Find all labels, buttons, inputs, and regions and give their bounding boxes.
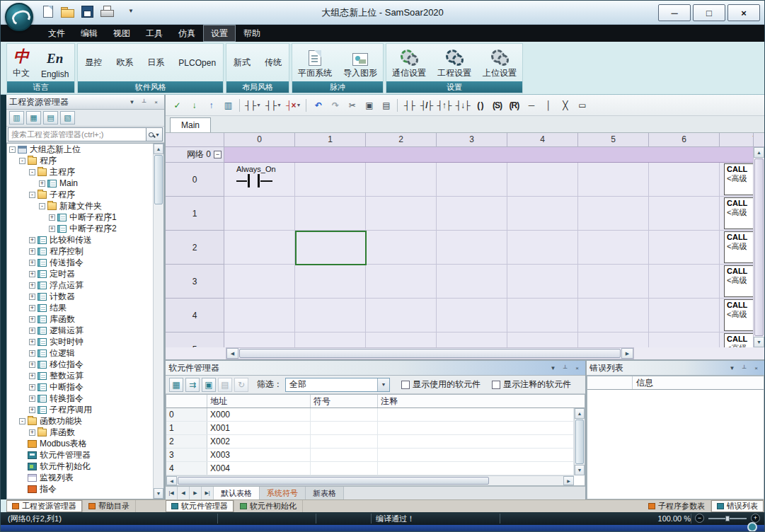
ladder-cell[interactable] <box>578 163 649 197</box>
always-on-contact[interactable]: Always_On <box>236 165 276 188</box>
ladder-cell[interactable] <box>295 265 366 299</box>
expand-icon[interactable]: + <box>29 248 35 255</box>
collapse-icon[interactable]: - <box>19 158 25 164</box>
collapse-icon[interactable]: - <box>9 146 16 153</box>
collapse-icon[interactable]: - <box>39 203 45 209</box>
tree-scrollbar[interactable]: ▲ ▼ <box>153 144 163 499</box>
expand-icon[interactable]: + <box>39 180 45 187</box>
ribbon-button-日系[interactable]: 日系 <box>140 44 171 81</box>
new-table-icon[interactable]: ▦ <box>169 378 183 392</box>
scroll-up-icon[interactable]: ▲ <box>754 147 764 158</box>
zoom-out-icon[interactable]: − <box>695 514 704 523</box>
expand-icon[interactable]: + <box>29 384 35 391</box>
tree-item-定时器[interactable]: +定时器 <box>7 268 153 279</box>
cut-icon[interactable]: ✂ <box>344 98 360 113</box>
call-instruction[interactable]: CALL<高级 <box>724 265 753 297</box>
tree-item-转换指令[interactable]: +转换指令 <box>7 393 153 404</box>
tree-item-子程序[interactable]: -子程序 <box>7 189 153 200</box>
panel-menu-icon[interactable]: ▼ <box>727 363 737 373</box>
ribbon-button-通信设置[interactable]: 通信设置 <box>386 44 432 81</box>
menu-item-仿真[interactable]: 仿真 <box>171 25 203 42</box>
ladder-cell[interactable] <box>507 332 578 347</box>
ladder-cell[interactable] <box>649 332 720 347</box>
new-file-icon[interactable] <box>40 5 54 18</box>
maximize-button[interactable]: □ <box>693 4 725 21</box>
filter-combobox[interactable]: 全部 ▼ <box>285 378 390 392</box>
ladder-cell[interactable] <box>295 163 366 197</box>
scroll-left-icon[interactable]: ◀ <box>226 348 238 359</box>
ribbon-button-PLCOpen[interactable]: PLCOpen <box>171 44 223 81</box>
paste-table-icon[interactable]: ▤ <box>218 378 232 392</box>
scroll-down-icon[interactable]: ▼ <box>575 465 585 475</box>
menu-item-视图[interactable]: 视图 <box>105 25 138 42</box>
expand-icon[interactable]: + <box>29 305 35 311</box>
ladder-cell[interactable] <box>578 299 649 332</box>
refresh-table-icon[interactable]: ↻ <box>234 378 248 392</box>
menu-item-工具[interactable]: 工具 <box>138 25 171 42</box>
ladder-cell[interactable] <box>507 299 578 332</box>
expand-icon[interactable]: + <box>29 407 35 413</box>
ribbon-button-English[interactable]: EnEnglish <box>35 44 74 81</box>
row-header-5[interactable]: 5 <box>166 332 224 347</box>
call-instruction[interactable]: CALL<高级 <box>724 333 753 347</box>
tree-item-指令[interactable]: 指令 <box>7 483 153 495</box>
row-header-2[interactable]: 2 <box>166 231 224 265</box>
panel-menu-icon[interactable]: ▼ <box>127 97 137 107</box>
device-row[interactable]: 2X002 <box>166 435 574 449</box>
print-icon[interactable] <box>100 5 114 18</box>
ladder-cell[interactable] <box>366 231 437 265</box>
tree-item-中断指令[interactable]: +中断指令 <box>7 381 153 393</box>
menu-item-文件[interactable]: 文件 <box>40 25 73 42</box>
tree-item-结果[interactable]: +结果 <box>7 302 153 313</box>
scroll-right-icon[interactable]: ▶ <box>621 348 633 359</box>
close-button[interactable]: × <box>727 4 760 21</box>
dock-tab-工程资源管理器[interactable]: 工程资源管理器 <box>6 500 83 512</box>
tree-item-新建文件夹[interactable]: -新建文件夹 <box>7 200 153 212</box>
zoom-slider-thumb[interactable] <box>725 516 730 521</box>
ladder-cell[interactable] <box>578 332 649 347</box>
tree-item-库函数[interactable]: +库函数 <box>7 427 153 438</box>
table-view-icon[interactable]: ▦ <box>26 111 41 125</box>
ladder-cell[interactable] <box>224 299 295 332</box>
prev-record-icon[interactable]: ◀ <box>178 487 190 499</box>
upload-program-icon[interactable]: ↑ <box>203 98 219 113</box>
expand-icon[interactable]: + <box>29 373 35 379</box>
expand-icon[interactable]: + <box>29 271 35 277</box>
undo-icon[interactable]: ↶ <box>310 98 326 113</box>
ribbon-button-显控[interactable]: 显控 <box>78 44 109 81</box>
no-contact-icon[interactable]: ┤├ <box>401 98 417 113</box>
dock-tab-子程序参数表[interactable]: 子程序参数表 <box>643 500 711 512</box>
scrollbar-thumb[interactable] <box>154 155 163 204</box>
expand-icon[interactable]: + <box>49 226 55 232</box>
dock-tab-软元件管理器[interactable]: 软元件管理器 <box>166 500 234 512</box>
show-used-devices-checkbox[interactable]: 显示使用的软元件 <box>401 378 481 391</box>
ladder-cell[interactable] <box>224 231 295 265</box>
scrollbar-thumb[interactable] <box>754 158 764 336</box>
ladder-cell[interactable] <box>649 231 720 265</box>
table-tab-默认表格[interactable]: 默认表格 <box>214 487 260 499</box>
download-program-icon[interactable]: ↓ <box>186 98 202 113</box>
row-header-4[interactable]: 4 <box>166 299 224 332</box>
tree-item-软元件初始化[interactable]: 软元件初始化 <box>7 461 153 472</box>
tree-item-库函数[interactable]: +库函数 <box>7 313 153 325</box>
tree-item-传送指令[interactable]: +传送指令 <box>7 257 153 268</box>
tree-item-中断子程序2[interactable]: +中断子程序2 <box>7 223 153 234</box>
tree-item-大组态新上位[interactable]: -大组态新上位 <box>7 144 153 155</box>
no-expander[interactable] <box>19 486 25 492</box>
copy-icon[interactable]: ▣ <box>361 98 376 113</box>
panel-close-icon[interactable]: × <box>151 97 161 107</box>
open-file-icon[interactable] <box>60 5 74 18</box>
reset-coil-icon[interactable]: (R) <box>506 98 522 113</box>
call-instruction[interactable]: CALL<高级 <box>724 231 753 263</box>
ladder-cell[interactable] <box>366 197 437 231</box>
pin-icon[interactable]: ┴ <box>739 363 749 373</box>
scroll-left-icon[interactable]: ◀ <box>166 476 177 485</box>
no-expander[interactable] <box>19 452 25 458</box>
device-horizontal-scrollbar[interactable]: ◀ ▶ <box>166 475 574 485</box>
insert-element-icon[interactable]: ┤├▼ <box>243 98 263 113</box>
tree-item-程序控制[interactable]: +程序控制 <box>7 245 153 257</box>
dock-tab-帮助目录[interactable]: 帮助目录 <box>83 500 136 512</box>
ribbon-button-上位设置[interactable]: 上位设置 <box>477 44 522 81</box>
save-file-icon[interactable] <box>80 5 94 18</box>
ladder-cell[interactable] <box>578 197 649 231</box>
